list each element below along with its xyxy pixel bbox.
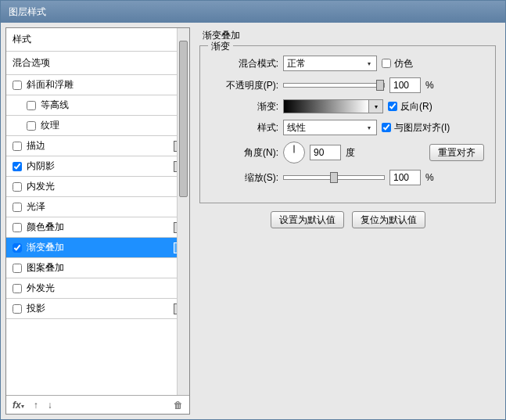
degree-label: 度 <box>346 146 355 160</box>
scrollbar[interactable] <box>177 28 189 395</box>
style-label: 图案叠加 <box>27 261 64 275</box>
style-item-bevel[interactable]: 斜面和浮雕 <box>6 75 189 95</box>
style-item-outer-glow[interactable]: 外发光 <box>6 278 189 299</box>
opacity-slider[interactable] <box>283 83 385 88</box>
style-label: 外发光 <box>27 282 55 295</box>
style-item-color-overlay[interactable]: 颜色叠加 + <box>6 217 189 238</box>
style-checkbox[interactable] <box>27 121 36 131</box>
dither-checkbox[interactable]: 仿色 <box>382 57 413 70</box>
blend-mode-label: 混合模式: <box>211 57 278 70</box>
angle-dial[interactable] <box>283 142 305 163</box>
style-checkbox[interactable] <box>13 182 22 192</box>
move-down-icon[interactable]: ↓ <box>46 400 54 411</box>
align-checkbox[interactable]: 与图层对齐(I) <box>382 121 450 135</box>
opacity-label: 不透明度(P): <box>211 79 278 92</box>
styles-list: 样式 混合选项 斜面和浮雕 等高线 纹理 描边 + <box>6 28 189 395</box>
style-label: 光泽 <box>27 200 45 214</box>
blend-options-header[interactable]: 混合选项 <box>6 52 189 75</box>
titlebar: 图层样式 <box>1 1 505 23</box>
style-checkbox[interactable] <box>13 223 22 232</box>
style-checkbox[interactable] <box>13 264 22 273</box>
scale-label: 缩放(S): <box>211 171 278 185</box>
styles-header[interactable]: 样式 <box>6 28 189 52</box>
style-label: 颜色叠加 <box>27 221 64 234</box>
section-title: 渐变叠加 <box>199 29 496 42</box>
style-label: 内阴影 <box>27 160 55 173</box>
panel-footer: fx▾ ↑ ↓ 🗑 <box>6 395 189 414</box>
style-checkbox[interactable] <box>13 304 22 314</box>
styles-panel: 样式 混合选项 斜面和浮雕 等高线 纹理 描边 + <box>5 27 190 415</box>
style-label: 斜面和浮雕 <box>27 78 74 92</box>
style-checkbox[interactable] <box>13 81 22 90</box>
style-label: 描边 <box>27 139 45 153</box>
style-item-texture[interactable]: 纹理 <box>6 116 189 136</box>
make-default-button[interactable]: 设置为默认值 <box>271 211 344 228</box>
scroll-thumb[interactable] <box>179 41 188 197</box>
reverse-checkbox[interactable]: 反向(R) <box>388 100 432 113</box>
style-checkbox[interactable] <box>13 284 22 293</box>
gradient-fieldset: 渐变 混合模式: 正常 ▾ 仿色 不透明度(P): <box>199 45 496 203</box>
percent-label: % <box>425 80 434 91</box>
style-item-stroke[interactable]: 描边 + <box>6 136 189 156</box>
slider-thumb[interactable] <box>330 172 338 183</box>
gradient-dropdown-icon[interactable]: ▾ <box>369 99 383 113</box>
settings-panel: 渐变叠加 渐变 混合模式: 正常 ▾ 仿色 不透明度(P): <box>195 27 501 415</box>
style-label: 样式: <box>211 121 278 135</box>
style-item-inner-glow[interactable]: 内发光 <box>6 177 189 197</box>
style-label: 纹理 <box>41 119 59 132</box>
percent-label: % <box>425 172 434 183</box>
chevron-down-icon: ▾ <box>364 122 375 133</box>
style-select[interactable]: 线性 ▾ <box>283 120 377 135</box>
slider-thumb[interactable] <box>376 80 384 91</box>
style-item-pattern-overlay[interactable]: 图案叠加 <box>6 258 189 278</box>
angle-label: 角度(N): <box>211 146 278 160</box>
scale-slider[interactable] <box>283 175 385 180</box>
style-checkbox[interactable] <box>13 243 22 253</box>
scale-input[interactable]: 100 <box>389 170 421 185</box>
style-checkbox[interactable] <box>13 162 22 171</box>
blend-mode-select[interactable]: 正常 ▾ <box>283 56 377 71</box>
style-item-drop-shadow[interactable]: 投影 + <box>6 299 189 319</box>
style-item-gradient-overlay[interactable]: 渐变叠加 + <box>6 238 189 258</box>
style-item-satin[interactable]: 光泽 <box>6 197 189 217</box>
reset-align-button[interactable]: 重置对齐 <box>429 144 484 161</box>
layer-style-window: 图层样式 样式 混合选项 斜面和浮雕 等高线 纹理 <box>0 0 506 420</box>
style-checkbox[interactable] <box>13 203 22 212</box>
gradient-swatch[interactable] <box>283 99 369 113</box>
chevron-down-icon: ▾ <box>364 58 375 69</box>
opacity-input[interactable]: 100 <box>389 77 421 93</box>
style-label: 等高线 <box>41 99 69 112</box>
style-label: 投影 <box>27 302 45 315</box>
trash-icon[interactable]: 🗑 <box>172 400 185 411</box>
style-item-contour[interactable]: 等高线 <box>6 95 189 116</box>
window-title: 图层样式 <box>9 6 46 17</box>
style-checkbox[interactable] <box>13 142 22 151</box>
style-checkbox[interactable] <box>27 101 36 110</box>
style-item-inner-shadow[interactable]: 内阴影 + <box>6 156 189 177</box>
style-label: 渐变叠加 <box>27 241 64 254</box>
fieldset-legend: 渐变 <box>208 40 233 53</box>
angle-input[interactable]: 90 <box>310 145 341 160</box>
fx-menu-icon[interactable]: fx▾ <box>11 400 26 411</box>
reset-default-button[interactable]: 复位为默认值 <box>352 211 425 228</box>
style-label: 内发光 <box>27 180 55 193</box>
gradient-label: 渐变: <box>211 100 278 113</box>
move-up-icon[interactable]: ↑ <box>32 400 40 411</box>
